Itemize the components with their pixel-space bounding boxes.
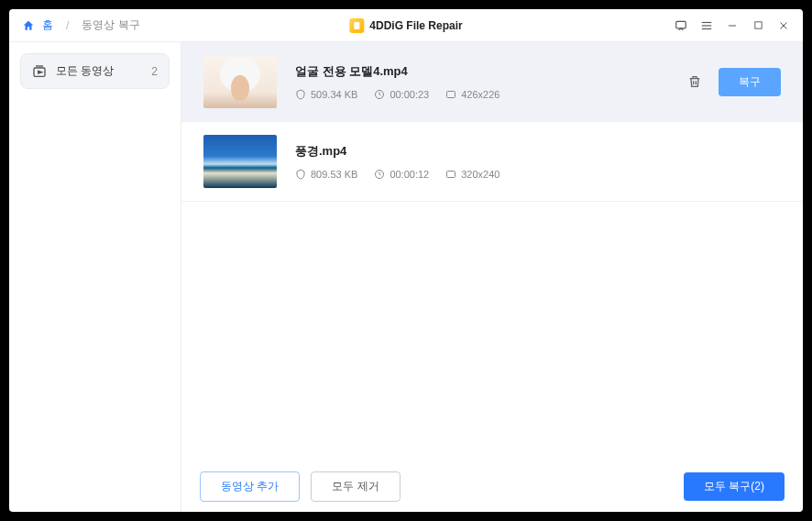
breadcrumb-current: 동영상 복구 [82, 17, 139, 33]
sidebar-item-count: 2 [151, 65, 158, 78]
file-duration: 00:00:12 [390, 169, 429, 180]
file-dimensions: 320x240 [461, 169, 499, 180]
duration-icon [374, 89, 385, 100]
dimensions-icon [445, 169, 456, 180]
app-logo-icon [349, 18, 364, 33]
file-size: 809.53 KB [311, 169, 357, 180]
titlebar: 홈 / 동영상 복구 4DDiG File Repair [9, 9, 803, 42]
minimize-button[interactable] [726, 19, 739, 32]
filesize-icon [295, 169, 306, 180]
repair-all-button[interactable]: 모두 복구(2) [684, 472, 785, 501]
main-panel: 얼굴 전용 모델4.mp4 509.34 KB [181, 42, 803, 512]
file-meta: 풍경.mp4 809.53 KB [295, 143, 781, 180]
file-meta: 얼굴 전용 모델4.mp4 509.34 KB [295, 63, 669, 100]
svg-rect-12 [447, 92, 455, 98]
svg-rect-0 [676, 21, 686, 28]
breadcrumb-home[interactable]: 홈 [42, 17, 53, 33]
home-icon[interactable] [22, 19, 35, 32]
svg-rect-14 [447, 172, 455, 178]
close-button[interactable] [777, 19, 790, 32]
repair-button[interactable]: 복구 [719, 68, 781, 96]
footer-bar: 동영상 추가 모두 제거 모두 복구(2) [181, 460, 803, 512]
svg-rect-5 [754, 22, 761, 28]
breadcrumb-separator: / [66, 19, 69, 32]
svg-marker-10 [38, 71, 42, 73]
file-list: 얼굴 전용 모델4.mp4 509.34 KB [181, 42, 803, 460]
file-name: 풍경.mp4 [295, 143, 781, 160]
add-video-button[interactable]: 동영상 추가 [200, 471, 300, 502]
video-collection-icon [32, 64, 47, 79]
dimensions-icon [445, 89, 456, 100]
menu-icon[interactable] [700, 19, 713, 32]
file-dimensions: 426x226 [461, 89, 499, 100]
content-body: 모든 동영상 2 얼굴 전용 모델4.mp4 509 [9, 42, 803, 512]
sidebar-item-all-videos[interactable]: 모든 동영상 2 [20, 53, 170, 89]
file-row[interactable]: 얼굴 전용 모델4.mp4 509.34 KB [181, 42, 803, 122]
feedback-icon[interactable] [675, 19, 687, 32]
sidebar-item-label: 모든 동영상 [56, 63, 114, 79]
remove-all-button[interactable]: 모두 제거 [311, 471, 400, 502]
file-size: 509.34 KB [311, 89, 357, 100]
duration-icon [374, 169, 385, 180]
maximize-button[interactable] [752, 19, 764, 32]
app-title: 4DDiG File Repair [369, 19, 462, 32]
video-thumbnail [203, 55, 277, 108]
sidebar: 모든 동영상 2 [9, 42, 181, 512]
file-row[interactable]: 풍경.mp4 809.53 KB [181, 122, 803, 202]
video-thumbnail [203, 135, 277, 188]
filesize-icon [295, 89, 306, 100]
app-window: 홈 / 동영상 복구 4DDiG File Repair [9, 9, 803, 512]
file-duration: 00:00:23 [390, 89, 429, 100]
file-name: 얼굴 전용 모델4.mp4 [295, 63, 669, 80]
delete-icon[interactable] [687, 74, 702, 89]
